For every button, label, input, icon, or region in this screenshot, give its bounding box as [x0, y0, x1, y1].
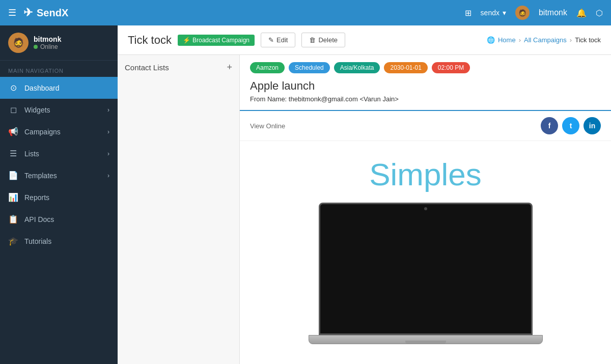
chevron-icon: ›: [107, 128, 109, 135]
simples-heading: Simples: [240, 141, 611, 203]
sidebar-item-campaigns[interactable]: 📢 Campaigns ›: [0, 121, 118, 143]
sidebar-user: 🧔 bitmonk Online: [0, 25, 118, 61]
sidebar-item-label: Dashboard: [24, 84, 60, 92]
app-body: 🧔 bitmonk Online MAIN NAVIGATION ⊙ Dashb…: [0, 25, 611, 364]
top-header: ☰ ✈ SendX ⊞ sendx ▾ 🧔 bitmonk 🔔 ⬡: [0, 0, 611, 25]
sidebar-item-api-docs[interactable]: 📋 API Docs: [0, 208, 118, 230]
from-value: thebitmonk@gmail.com <Varun Jain>: [289, 95, 399, 103]
preview-top: Aamzon Scheduled Asia/Kolkata 2030-01-01…: [240, 55, 611, 111]
sidebar-avatar: 🧔: [8, 33, 29, 53]
linkedin-icon[interactable]: in: [584, 117, 601, 134]
content-split: Contact Lists + Aamzon Scheduled Asia/Ko…: [118, 55, 611, 364]
sidebar-user-info: bitmonk Online: [34, 35, 61, 50]
tag-timezone: Asia/Kolkata: [334, 62, 380, 73]
panel-title: Contact Lists: [125, 63, 169, 72]
user-chip[interactable]: sendx ▾: [481, 9, 506, 17]
edit-button[interactable]: ✎ Edit: [261, 33, 295, 47]
templates-icon: 📄: [8, 171, 18, 180]
lightning-icon: ⚡: [183, 37, 190, 44]
home-icon: 🌐: [487, 36, 495, 44]
sub-header-left: Tick tock ⚡ Broadcast Campaign ✎ Edit 🗑 …: [128, 33, 345, 47]
avatar[interactable]: 🧔: [515, 6, 530, 20]
facebook-icon[interactable]: f: [541, 117, 558, 134]
breadcrumb-sep2: ›: [570, 36, 572, 44]
app-name: SendX: [37, 7, 68, 19]
sidebar-item-widgets[interactable]: ◻ Widgets ›: [0, 99, 118, 121]
page-title: Tick tock: [128, 34, 172, 47]
preview-panel: Aamzon Scheduled Asia/Kolkata 2030-01-01…: [240, 55, 611, 364]
grid-icon[interactable]: ⊞: [465, 8, 471, 18]
broadcast-label: Broadcast Campaign: [192, 37, 249, 44]
edit-icon: ✎: [268, 36, 274, 44]
tag-scheduled: Scheduled: [289, 62, 330, 73]
widgets-icon: ◻: [8, 105, 18, 115]
chevron-icon: ›: [107, 150, 109, 157]
sidebar-item-lists[interactable]: ☰ Lists ›: [0, 143, 118, 164]
sub-header: Tick tock ⚡ Broadcast Campaign ✎ Edit 🗑 …: [118, 25, 611, 55]
logo-icon: ✈: [23, 6, 33, 19]
campaign-name: Apple launch: [250, 79, 601, 93]
reports-icon: 📊: [8, 192, 18, 202]
status-dot: [34, 45, 38, 49]
header-right: ⊞ sendx ▾ 🧔 bitmonk 🔔 ⬡: [465, 6, 603, 20]
account-name: sendx: [481, 9, 499, 17]
email-preview: View Online f t in Simples: [240, 111, 611, 364]
sidebar-status: Online: [34, 43, 61, 50]
username-label: bitmonk: [539, 8, 567, 17]
header-left: ☰ ✈ SendX: [8, 6, 68, 19]
hamburger-icon[interactable]: ☰: [8, 7, 16, 18]
nav-label: MAIN NAVIGATION: [0, 61, 118, 77]
tag-date: 2030-01-01: [384, 62, 427, 73]
sidebar-item-label: Reports: [24, 193, 49, 202]
broadcast-badge: ⚡ Broadcast Campaign: [178, 35, 255, 46]
trash-icon: 🗑: [309, 36, 316, 44]
dashboard-icon: ⊙: [8, 83, 18, 93]
sidebar-item-label: Lists: [24, 150, 39, 158]
add-contact-list-button[interactable]: +: [227, 62, 232, 73]
from-label: From Name:: [250, 95, 287, 103]
laptop-graphic: [240, 203, 611, 354]
sidebar-item-label: Widgets: [24, 106, 50, 114]
sidebar-item-label: Templates: [24, 172, 57, 180]
sidebar-item-label: Tutorials: [24, 237, 51, 245]
sidebar-item-dashboard[interactable]: ⊙ Dashboard: [0, 77, 118, 99]
sidebar-username: bitmonk: [34, 35, 61, 43]
email-toolbar: View Online f t in: [240, 111, 611, 141]
left-panel: Contact Lists +: [118, 55, 240, 364]
laptop-base: [309, 335, 543, 344]
breadcrumb-all-campaigns[interactable]: All Campaigns: [524, 36, 567, 44]
lists-icon: ☰: [8, 149, 18, 158]
chevron-icon: ›: [107, 172, 109, 179]
sidebar-item-label: Campaigns: [24, 128, 61, 136]
breadcrumb-home[interactable]: Home: [498, 36, 516, 44]
tutorials-icon: 🎓: [8, 236, 18, 246]
campaigns-icon: 📢: [8, 127, 18, 136]
status-label: Online: [40, 43, 58, 50]
bell-icon[interactable]: 🔔: [576, 8, 587, 18]
delete-button[interactable]: 🗑 Delete: [301, 33, 345, 47]
laptop-screen: [319, 203, 533, 335]
tag-time: 02:00 PM: [432, 62, 470, 73]
laptop: [309, 203, 543, 344]
tags-row: Aamzon Scheduled Asia/Kolkata 2030-01-01…: [250, 62, 601, 73]
twitter-icon[interactable]: t: [562, 117, 579, 134]
share-icon[interactable]: ⬡: [596, 8, 603, 18]
sidebar: 🧔 bitmonk Online MAIN NAVIGATION ⊙ Dashb…: [0, 25, 118, 364]
breadcrumb-sep: ›: [519, 36, 521, 44]
sidebar-item-tutorials[interactable]: 🎓 Tutorials: [0, 230, 118, 252]
chevron-icon: ›: [107, 106, 109, 114]
sidebar-item-templates[interactable]: 📄 Templates ›: [0, 164, 118, 186]
social-icons: f t in: [541, 117, 601, 134]
panel-header: Contact Lists +: [125, 62, 232, 73]
main-content: Tick tock ⚡ Broadcast Campaign ✎ Edit 🗑 …: [118, 25, 611, 364]
sidebar-item-reports[interactable]: 📊 Reports: [0, 186, 118, 208]
logo: ✈ SendX: [23, 6, 68, 19]
sidebar-item-label: API Docs: [24, 215, 54, 223]
tag-aamzon: Aamzon: [250, 62, 285, 73]
view-online-link[interactable]: View Online: [250, 122, 285, 130]
breadcrumb-current: Tick tock: [575, 36, 601, 44]
chevron-down-icon: ▾: [503, 9, 506, 17]
api-docs-icon: 📋: [8, 214, 18, 224]
from-name: From Name: thebitmonk@gmail.com <Varun J…: [250, 95, 601, 103]
breadcrumb: 🌐 Home › All Campaigns › Tick tock: [487, 36, 601, 44]
